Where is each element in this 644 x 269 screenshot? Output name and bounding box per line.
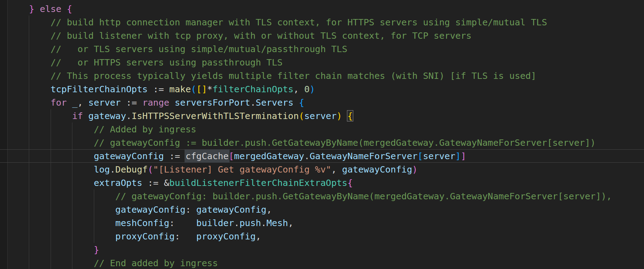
comment-token: // End added by ingress: [94, 258, 218, 268]
code-token: ): [412, 164, 418, 175]
code-token: ,: [331, 164, 342, 175]
comment-token: // or HTTPS servers using passthrough TL…: [51, 57, 283, 68]
code-line[interactable]: for _, server := range serversForPort.Se…: [7, 96, 304, 109]
comment-token: // build listener with tcp proxy, with o…: [51, 30, 471, 41]
code-line[interactable]: // Added by ingress: [7, 123, 196, 136]
code-token: .: [250, 97, 256, 108]
code-token: (: [191, 84, 196, 94]
code-token: buildListenerFilterChainExtraOpts: [169, 177, 348, 188]
code-token: server: [88, 97, 121, 108]
code-token: .: [261, 218, 266, 228]
code-token: meshConfig: [115, 218, 169, 228]
code-token: cfgCache: [185, 149, 230, 163]
comment-token: // or TLS servers using simple/mutual/pa…: [51, 44, 347, 54]
code-token: gatewayConfig: [342, 164, 412, 175]
code-token: .: [110, 164, 115, 175]
code-token: server: [304, 111, 336, 121]
code-token: :=: [164, 151, 185, 161]
code-token: 0: [304, 84, 309, 94]
code-token: :=: [148, 84, 169, 94]
comment-token: // This process typically yields multipl…: [51, 70, 536, 81]
code-token: {: [347, 177, 353, 188]
code-token: {: [67, 4, 72, 14]
code-token: [7, 0, 83, 1]
code-token: ): [337, 111, 342, 121]
code-token: IsHTTPSServerWithTLSTermination: [131, 111, 299, 121]
code-editor: }) } else { // build http connection man…: [0, 0, 644, 269]
comment-token: // build http connection manager with TL…: [51, 17, 547, 27]
code-line[interactable]: // or TLS servers using simple/mutual/pa…: [7, 42, 347, 56]
code-token: []: [196, 84, 207, 94]
code-token: _: [72, 97, 77, 108]
code-line[interactable]: // or HTTPS servers using passthrough TL…: [7, 56, 283, 69]
code-token: tcpFilterChainOpts: [51, 84, 148, 94]
comment-token: // gatewayConfig := builder.push.GetGate…: [94, 137, 596, 148]
code-token: :: [169, 218, 197, 228]
code-token: [: [228, 151, 234, 161]
code-token: {: [299, 97, 304, 108]
code-token: filterChainOpts: [212, 84, 293, 94]
code-token: *: [207, 84, 212, 94]
code-token: ,: [266, 204, 272, 215]
code-token: "[Listener] Get gatewayConfig %v": [153, 164, 331, 175]
indent-guide: [94, 189, 94, 243]
code-line[interactable]: proxyConfig: proxyConfig,: [7, 230, 261, 243]
code-token: builder: [196, 218, 234, 228]
code-token: [169, 97, 175, 108]
code-token: }: [29, 4, 34, 14]
code-line[interactable]: extraOpts := &buildListenerFilterChainEx…: [7, 176, 353, 189]
code-line[interactable]: gatewayConfig: gatewayConfig,: [7, 203, 272, 216]
code-line[interactable]: } else {: [7, 2, 72, 15]
code-token: server: [423, 151, 455, 161]
code-line[interactable]: tcpFilterChainOpts := make([]*filterChai…: [7, 82, 315, 96]
code-line[interactable]: // End added by ingress: [7, 256, 218, 269]
code-token: push: [239, 218, 261, 228]
code-area[interactable]: }) } else { // build http connection man…: [0, 0, 644, 269]
code-token: ]: [455, 151, 461, 161]
code-line[interactable]: if gateway.IsHTTPSServerWithTLSTerminati…: [7, 109, 353, 123]
code-line[interactable]: // gatewayConfig: builder.push.GetGatewa…: [7, 189, 612, 203]
code-line[interactable]: }: [7, 243, 99, 256]
code-token: gatewayConfig: [115, 204, 186, 215]
code-token: [7, 231, 115, 242]
code-token: (: [299, 111, 304, 121]
code-token: ,: [78, 97, 89, 108]
code-token: gateway: [88, 111, 126, 121]
code-line[interactable]: // gatewayConfig := builder.push.GetGate…: [7, 136, 595, 149]
code-token: [7, 111, 72, 121]
code-token: :: [186, 204, 197, 215]
code-token: [83, 111, 88, 121]
code-token: gatewayConfig: [196, 204, 266, 215]
code-token: proxyConfig: [196, 231, 256, 242]
code-token: [7, 4, 29, 14]
code-token: [7, 218, 115, 228]
code-token: Servers: [256, 97, 293, 108]
code-token: range: [142, 97, 169, 108]
code-token: }: [94, 244, 99, 255]
code-token: (: [148, 164, 153, 175]
code-line[interactable]: gatewayConfig := cfgCache[mergedGateway.…: [7, 149, 466, 163]
code-token: }: [83, 0, 88, 1]
code-token: else: [40, 4, 61, 14]
code-token: ,: [294, 84, 304, 94]
code-token: proxyConfig: [115, 231, 175, 242]
code-token: log: [94, 164, 110, 175]
code-token: ,: [256, 231, 261, 242]
code-token: :=: [121, 97, 142, 108]
code-token: if: [72, 111, 83, 121]
indent-guide: [72, 123, 72, 269]
comment-token: // Added by ingress: [94, 124, 197, 134]
code-token: [34, 4, 40, 14]
code-token: for: [51, 97, 67, 108]
code-token: .: [304, 151, 309, 161]
code-token: ]: [461, 151, 466, 161]
code-token: Debugf: [115, 164, 148, 175]
code-token: ): [88, 0, 94, 1]
code-line[interactable]: // build http connection manager with TL…: [7, 15, 547, 29]
code-token: [: [418, 151, 423, 161]
code-line[interactable]: log.Debugf("[Listener] Get gatewayConfig…: [7, 163, 418, 176]
code-token: ): [310, 84, 315, 94]
code-token: [62, 4, 67, 14]
code-line[interactable]: // This process typically yields multipl…: [7, 69, 536, 82]
code-line[interactable]: // build listener with tcp proxy, with o…: [7, 29, 471, 42]
